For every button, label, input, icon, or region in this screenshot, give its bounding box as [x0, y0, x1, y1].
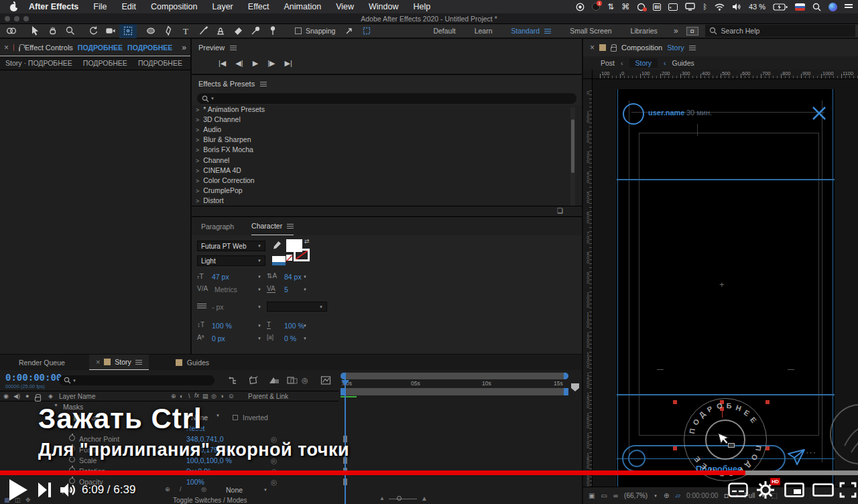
- traffic-light-close[interactable]: [5, 16, 10, 21]
- spotlight-search-icon[interactable]: [812, 3, 821, 11]
- panel-close-icon[interactable]: ×: [4, 43, 9, 52]
- timeline-row-position[interactable]: Position562,0,1797,0◎: [0, 445, 339, 455]
- snapping-checkbox[interactable]: [295, 27, 302, 34]
- traffic-light-zoom[interactable]: [23, 16, 29, 21]
- tsume-caret[interactable]: ▼: [303, 336, 307, 340]
- inverted-checkbox[interactable]: [233, 415, 238, 420]
- tab-watermark[interactable]: ПОДРОБНЕЕ: [138, 59, 182, 67]
- leading-value[interactable]: 84 px: [284, 273, 302, 281]
- keyboard-flag-icon[interactable]: [795, 3, 805, 11]
- mask-vertex-handle[interactable]: [673, 400, 677, 404]
- workspace-tab-small-screen[interactable]: Small Screen: [570, 27, 611, 35]
- next-frame-button[interactable]: |▶: [267, 59, 275, 68]
- effects-category-distort[interactable]: >Distort: [196, 196, 224, 206]
- camera-tool[interactable]: [102, 24, 119, 38]
- orbit-tool[interactable]: [84, 24, 102, 38]
- player-subtitles-button[interactable]: [728, 483, 748, 499]
- vertical-scale-value[interactable]: 100 %: [212, 322, 232, 330]
- tab-story-watermark[interactable]: Story · ПОДРОБНЕЕ: [5, 59, 72, 67]
- panel-menu-icon[interactable]: [260, 82, 267, 86]
- snap-arrow-icon[interactable]: [341, 24, 358, 38]
- traffic-light-minimize[interactable]: [14, 16, 19, 21]
- effects-category-crumplepop[interactable]: >CrumplePop: [196, 186, 243, 196]
- panel-menu-icon[interactable]: [287, 224, 294, 229]
- effects-scrollbar[interactable]: [570, 107, 575, 208]
- effects-category-boris-fx-mocha[interactable]: >Boris FX Mocha: [196, 145, 253, 155]
- display-icon[interactable]: [685, 3, 695, 11]
- menu-window[interactable]: Window: [369, 2, 398, 11]
- panel-close-icon[interactable]: ×: [590, 43, 595, 52]
- apple-menu-icon[interactable]: [9, 3, 18, 11]
- player-play-button[interactable]: [9, 479, 27, 501]
- home-tool[interactable]: [3, 24, 20, 38]
- timeline-row-scale[interactable]: Scale100,0,100,0 %◎: [0, 456, 339, 466]
- tracking-value[interactable]: 5: [284, 286, 288, 294]
- stroke-width-value[interactable]: - px: [212, 303, 224, 311]
- workspace-tab-learn[interactable]: Learn: [475, 27, 493, 35]
- composition-title[interactable]: Composition: [621, 44, 662, 52]
- horizontal-ruler[interactable]: 100010020030040050060070080090010001100: [593, 70, 858, 79]
- blue-guide-h[interactable]: [617, 179, 835, 180]
- pen-tool[interactable]: [160, 24, 177, 38]
- panel-menu-icon[interactable]: [230, 46, 237, 50]
- play-button[interactable]: ▶: [253, 59, 258, 68]
- tracking-caret[interactable]: ▼: [303, 288, 307, 292]
- screen-record-icon[interactable]: [576, 3, 585, 11]
- workspace-tab-standard[interactable]: Standard: [511, 27, 552, 35]
- stopwatch-icon[interactable]: [69, 435, 75, 441]
- stroke-style-select[interactable]: ▼: [267, 302, 327, 312]
- tab-character[interactable]: Character: [251, 222, 282, 230]
- font-size-caret[interactable]: ▼: [257, 275, 261, 279]
- timeline-row-masks[interactable]: ▼Masks: [0, 402, 339, 412]
- last-frame-button[interactable]: ▶|: [284, 59, 292, 68]
- tab-watermark[interactable]: ПОДРОБНЕЕ: [83, 59, 127, 67]
- horizontal-scale-value[interactable]: 100 %: [284, 322, 304, 330]
- workspace-tab-default[interactable]: Default: [433, 27, 455, 35]
- property-value[interactable]: 348,0,741,0: [186, 435, 223, 443]
- effects-search-input[interactable]: ▼: [197, 93, 576, 104]
- workspace-overflow-chevron[interactable]: »: [674, 26, 678, 36]
- anchor-cross-icon[interactable]: +: [719, 279, 725, 290]
- menu-composition[interactable]: Composition: [151, 2, 197, 11]
- stopwatch-icon[interactable]: [69, 456, 75, 462]
- menu-edit[interactable]: Edit: [121, 2, 136, 11]
- player-volume-button[interactable]: [59, 481, 76, 500]
- menu-help[interactable]: Help: [413, 2, 430, 11]
- effects-category-color-correction[interactable]: >Color Correction: [196, 176, 255, 186]
- keystroke-app-icon[interactable]: ⌘: [621, 2, 629, 11]
- player-miniplayer-button[interactable]: [784, 483, 804, 499]
- eraser-tool[interactable]: [229, 24, 247, 38]
- no-fill-icon[interactable]: [286, 255, 292, 261]
- hand-tool[interactable]: [44, 24, 62, 38]
- vertical-ruler[interactable]: 0100200300400500600700800900100011001200…: [583, 79, 593, 504]
- search-help-box[interactable]: Search Help: [705, 25, 855, 37]
- roto-brush-tool[interactable]: [247, 24, 264, 38]
- effects-category-blur-sharpen[interactable]: >Blur & Sharpen: [196, 135, 251, 145]
- unlock-icon[interactable]: [611, 47, 617, 52]
- wifi-icon[interactable]: [715, 3, 725, 11]
- new-animation-preset-icon[interactable]: ❏: [557, 207, 563, 214]
- workspace-manager-icon[interactable]: ◘: [686, 27, 698, 36]
- swap-fill-stroke-icon[interactable]: ⇄: [304, 238, 310, 245]
- player-theater-button[interactable]: [812, 483, 834, 498]
- kerning-caret[interactable]: ▼: [257, 288, 261, 292]
- property-value[interactable]: 562,0,1797,0: [186, 446, 227, 454]
- stopwatch-icon[interactable]: [69, 446, 75, 452]
- stroke-width-caret[interactable]: ▼: [257, 305, 261, 309]
- sync-status-icon[interactable]: ⇅: [607, 2, 614, 11]
- volume-menu-icon[interactable]: [732, 3, 741, 11]
- puppet-pin-tool[interactable]: [264, 24, 282, 38]
- menu-file[interactable]: File: [93, 2, 107, 11]
- previous-frame-button[interactable]: ◀|: [235, 59, 243, 68]
- guide-v[interactable]: [629, 101, 629, 462]
- comp-canvas[interactable]: user.name 30 мин. + Подробнее ··· ПОДРОБ…: [617, 89, 835, 504]
- player-fullscreen-button[interactable]: [839, 482, 857, 499]
- workspace-menu-icon[interactable]: [544, 29, 551, 34]
- zoom-tool[interactable]: [62, 24, 79, 38]
- effects-category-3d-channel[interactable]: >3D Channel: [196, 115, 241, 125]
- font-style-select[interactable]: Light▼: [197, 255, 265, 266]
- effect-controls-title[interactable]: Effect Controls: [25, 44, 73, 52]
- workspace-tab-libraries[interactable]: Libraries: [631, 27, 658, 35]
- siri-icon[interactable]: [829, 3, 837, 11]
- menu-animation[interactable]: Animation: [284, 2, 322, 11]
